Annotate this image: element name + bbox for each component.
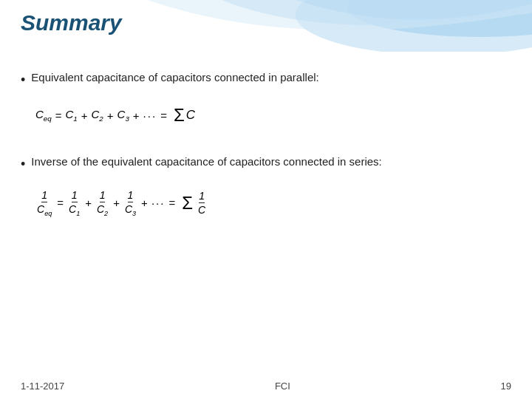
plus-5: + [113,197,120,209]
frac-1-ceq: 1 Ceq [37,189,52,217]
bullet-text-1: Equivalent capacitance of capacitors con… [31,69,318,86]
equals-3: = [57,197,64,209]
equals-4: = [168,197,175,209]
ellipsis-2: ··· [151,197,166,209]
plus-1: + [81,109,88,122]
plus-6: + [141,197,148,209]
c2-symbol: C2 [92,108,103,123]
content-area: • Equivalent capacitance of capacitors c… [21,52,511,369]
footer-page: 19 [501,381,511,392]
plus-2: + [107,109,114,122]
formula-parallel-row: Ceq = C1 + C2 + C3 + ··· = ΣC [35,105,511,126]
bullet-point-1: • [21,70,25,90]
plus-4: + [85,197,92,209]
equals-2: = [160,109,167,122]
frac-1-c-sigma: 1 C [198,190,205,216]
formula-parallel: Ceq = C1 + C2 + C3 + ··· = ΣC [35,98,511,133]
sigma-symbol-1: ΣC [174,105,195,126]
page-title: Summary [21,10,122,35]
frac-1-c1: 1 C1 [69,189,80,217]
footer-date: 1-11-2017 [21,381,64,392]
bullet-item-2: • Inverse of the equivalent capacitance … [21,154,511,174]
frac-1-c3: 1 C3 [125,189,136,217]
plus-3: + [133,109,140,122]
bullet-point-2: • [21,154,25,174]
footer: 1-11-2017 FCI 19 [21,381,511,392]
formula-series-row: 1 Ceq = 1 C1 + 1 C2 + 1 C3 + ··· = Σ [35,189,511,217]
equals-1: = [55,109,62,122]
bullet-text-2: Inverse of the equivalent capacitance of… [31,154,381,171]
c3-symbol: C3 [117,108,129,123]
frac-1-c2: 1 C2 [97,189,108,217]
c1-symbol: C1 [65,108,77,123]
ceq-symbol: Ceq [35,108,52,123]
sigma-symbol-2: Σ [182,193,193,214]
ellipsis-1: ··· [143,109,157,122]
bullet-item-1: • Equivalent capacitance of capacitors c… [21,69,511,90]
formula-series: 1 Ceq = 1 C1 + 1 C2 + 1 C3 + ··· = Σ [35,182,511,225]
footer-center: FCI [275,381,290,392]
